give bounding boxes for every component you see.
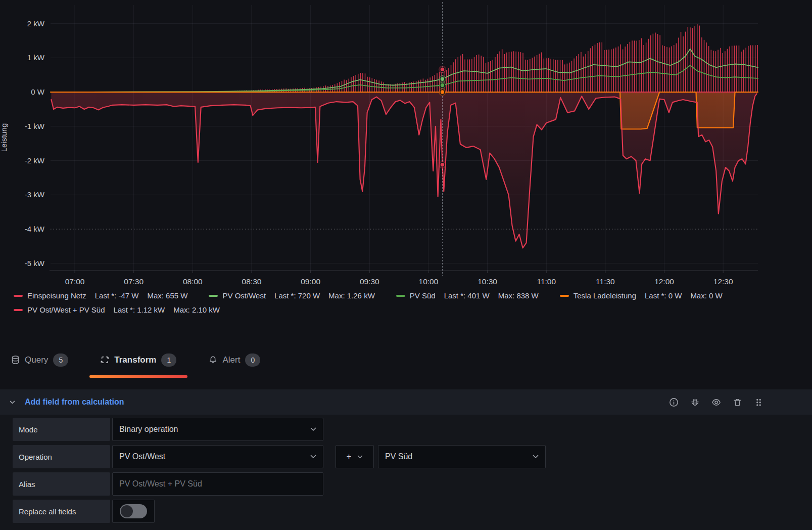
svg-text:10:30: 10:30	[477, 277, 497, 286]
legend-series-name: Einspeisung Netz	[27, 291, 86, 300]
legend-max-stat: Max: 655 W	[147, 291, 187, 300]
timeseries-chart-mount: 2 kW1 kW0 W-1 kW-2 kW-3 kW-4 kW-5 kW07:0…	[0, 0, 812, 288]
database-icon	[11, 356, 20, 364]
svg-text:11:30: 11:30	[596, 277, 615, 286]
alias-input[interactable]	[112, 472, 323, 496]
chevron-down-icon	[357, 455, 363, 459]
legend-max-stat: Max: 838 W	[498, 291, 539, 300]
replace-all-fields-label: Replace all fields	[13, 500, 110, 523]
transform-title: Add field from calculation	[25, 398, 124, 407]
operation-left-field-select[interactable]: PV Ost/West	[112, 445, 323, 468]
legend-row: Einspeisung NetzLast *: -47 WMax: 655 WP…	[14, 291, 723, 300]
legend-last-stat: Last *: 1.12 kW	[114, 305, 165, 314]
tab-alert-count: 0	[245, 354, 260, 367]
svg-text:10:00: 10:00	[419, 277, 439, 286]
tab-transform[interactable]: Transform 1	[89, 342, 187, 378]
legend-last-stat: Last *: 0 W	[645, 291, 682, 300]
mode-select[interactable]: Binary operation	[112, 418, 323, 441]
transform-form: Mode Binary operation Operation PV Ost/W…	[0, 415, 812, 523]
series-color-swatch	[209, 295, 218, 297]
svg-text:08:30: 08:30	[242, 277, 262, 286]
tab-transform-count: 1	[161, 354, 176, 367]
series-color-swatch	[560, 295, 569, 297]
timeseries-chart[interactable]: 2 kW1 kW0 W-1 kW-2 kW-3 kW-4 kW-5 kW07:0…	[0, 0, 812, 288]
svg-text:09:30: 09:30	[360, 277, 379, 286]
replace-all-fields-toggle-box	[112, 500, 155, 523]
transform-icon	[101, 356, 109, 364]
legend-series-name: Tesla Ladeleistung	[574, 291, 636, 300]
svg-text:08:00: 08:00	[183, 277, 203, 286]
chevron-down-icon	[310, 427, 316, 431]
drag-handle-icon[interactable]	[754, 398, 763, 407]
legend-max-stat: Max: 1.26 kW	[328, 291, 375, 300]
tab-alert-label: Alert	[222, 355, 240, 365]
legend-series-name: PV Süd	[410, 291, 436, 300]
operation-row: Operation PV Ost/West + PV Süd	[13, 445, 812, 468]
chevron-down-icon	[310, 455, 316, 459]
tab-query-label: Query	[25, 355, 48, 365]
operation-left-field-value: PV Ost/West	[119, 452, 165, 461]
mode-row: Mode Binary operation	[13, 418, 812, 441]
svg-text:-1 kW: -1 kW	[25, 122, 45, 130]
svg-text:-4 kW: -4 kW	[25, 225, 45, 233]
legend-item[interactable]: PV SüdLast *: 401 WMax: 838 W	[396, 291, 539, 300]
tab-transform-label: Transform	[114, 355, 156, 365]
legend-item[interactable]: PV Ost/WestLast *: 720 WMax: 1.26 kW	[209, 291, 374, 300]
bug-icon[interactable]	[690, 398, 700, 407]
legend-item[interactable]: Einspeisung NetzLast *: -47 WMax: 655 W	[14, 291, 187, 300]
replace-all-fields-row: Replace all fields	[13, 500, 812, 523]
series-pv-sued-line	[51, 65, 758, 92]
operation-label: Operation	[13, 445, 110, 468]
tab-alert[interactable]: Alert 0	[198, 342, 271, 378]
replace-all-fields-toggle[interactable]	[120, 504, 147, 518]
chart-legend: Einspeisung NetzLast *: -47 WMax: 655 WP…	[14, 291, 723, 320]
toggle-knob	[121, 505, 133, 517]
operator-value: +	[347, 452, 352, 462]
grafana-panel-editor: 2 kW1 kW0 W-1 kW-2 kW-3 kW-4 kW-5 kW07:0…	[0, 0, 812, 530]
operation-right-field-select[interactable]: PV Süd	[378, 445, 546, 468]
series-color-swatch	[14, 295, 23, 297]
legend-max-stat: Max: 2.10 kW	[173, 305, 220, 314]
svg-text:-2 kW: -2 kW	[25, 156, 45, 165]
series-color-swatch	[14, 309, 23, 311]
svg-text:12:30: 12:30	[713, 277, 733, 286]
mode-select-value: Binary operation	[119, 425, 178, 434]
svg-text:07:30: 07:30	[124, 277, 144, 286]
tab-query-count: 5	[53, 354, 68, 367]
transform-editor: Add field from calculation	[0, 389, 812, 530]
legend-max-stat: Max: 0 W	[690, 291, 722, 300]
legend-item[interactable]: PV Ost/West + PV SüdLast *: 1.12 kWMax: …	[14, 305, 220, 314]
svg-text:12:00: 12:00	[654, 277, 674, 286]
editor-tabs: Query 5 Transform 1	[0, 342, 812, 378]
chevron-down-icon	[533, 455, 539, 459]
svg-text:-3 kW: -3 kW	[25, 190, 45, 199]
bell-icon	[209, 356, 217, 364]
legend-last-stat: Last *: -47 W	[95, 291, 139, 300]
operation-right-field-value: PV Süd	[385, 452, 412, 461]
series-pv-sum-spikes	[228, 24, 757, 92]
info-icon[interactable]	[669, 398, 679, 407]
legend-last-stat: Last *: 401 W	[444, 291, 490, 300]
chevron-down-icon	[9, 399, 16, 406]
legend-series-name: PV Ost/West + PV Süd	[27, 305, 105, 314]
legend-row: PV Ost/West + PV SüdLast *: 1.12 kWMax: …	[14, 305, 723, 314]
legend-series-name: PV Ost/West	[222, 291, 266, 300]
svg-text:1 kW: 1 kW	[27, 53, 45, 62]
mode-label: Mode	[13, 418, 110, 441]
svg-text:07:00: 07:00	[65, 277, 85, 286]
timeseries-panel: 2 kW1 kW0 W-1 kW-2 kW-3 kW-4 kW-5 kW07:0…	[0, 0, 812, 342]
legend-item[interactable]: Tesla LadeleistungLast *: 0 WMax: 0 W	[560, 291, 723, 300]
alias-row: Alias	[13, 472, 812, 496]
trash-icon[interactable]	[733, 398, 742, 407]
svg-text:11:00: 11:00	[537, 277, 556, 286]
operator-select[interactable]: +	[336, 445, 374, 468]
transform-header[interactable]: Add field from calculation	[0, 389, 812, 415]
series-color-swatch	[396, 295, 405, 297]
svg-text:0 W: 0 W	[31, 87, 45, 96]
eye-icon[interactable]	[711, 398, 721, 407]
svg-text:-5 kW: -5 kW	[25, 259, 45, 268]
svg-text:09:00: 09:00	[301, 277, 320, 286]
tab-query[interactable]: Query 5	[0, 342, 79, 378]
legend-last-stat: Last *: 720 W	[274, 291, 320, 300]
transform-actions	[669, 398, 803, 407]
